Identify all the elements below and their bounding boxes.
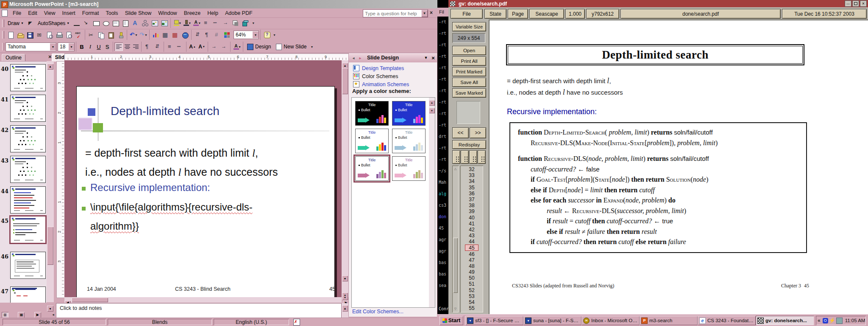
next-page-button[interactable]: >> <box>470 127 486 138</box>
arrow-style-button[interactable]: → <box>221 19 230 28</box>
close-button[interactable]: × <box>860 0 867 7</box>
rectangle-button[interactable] <box>92 19 100 28</box>
magnify-preview-box[interactable] <box>456 101 480 124</box>
taskbar-task-1[interactable]: ▾sf3 - [] - F-Secure SS... <box>465 316 523 325</box>
slide-thumbnail-42[interactable] <box>10 125 46 152</box>
new-document-button[interactable] <box>6 31 15 39</box>
arrow-style-button[interactable]: → <box>220 42 228 51</box>
xterm-strip[interactable]: Fil Conr -rt-rt-rt-rt-rt-rt-rt-rt-rt-rtd… <box>437 0 448 314</box>
page-number-35[interactable]: 35 <box>460 185 483 191</box>
print-all-button[interactable]: Print All <box>452 56 486 66</box>
page-number-55[interactable]: 55 <box>460 305 483 311</box>
slide-thumbnail-44[interactable] <box>10 186 46 214</box>
redo-button[interactable]: ↷▼ <box>139 31 147 39</box>
taskbar-task-3[interactable]: ✉Inbox - Microsoft Out... <box>581 316 640 325</box>
chevron-down-icon[interactable]: ▼ <box>188 22 191 25</box>
arrow-button[interactable]: ↘ <box>82 19 91 28</box>
font-size-combo[interactable]: 18▼ <box>58 42 75 51</box>
show-formatting-button[interactable]: ¶ <box>143 42 152 51</box>
align-left-button[interactable] <box>114 42 123 51</box>
scroll-down-icon[interactable]: ▼ <box>429 108 435 113</box>
save-button[interactable] <box>25 31 34 39</box>
insert-clipart-button[interactable] <box>150 19 159 28</box>
question-input[interactable] <box>363 11 420 17</box>
insert-hyperlink-button[interactable] <box>181 31 189 39</box>
menu-item-window[interactable]: Window <box>155 9 180 17</box>
redisplay-button[interactable]: Redisplay <box>452 140 486 149</box>
maximize-button[interactable] <box>852 0 859 7</box>
editor-horizontal-scrollbar[interactable]: ◀ ▶ <box>64 297 342 303</box>
dash-style-button[interactable]: ┄ <box>175 42 184 51</box>
print-preview-button[interactable] <box>64 31 73 39</box>
line-color-button[interactable]: ▼ <box>182 19 191 28</box>
minimize-button[interactable]: — <box>845 0 851 7</box>
slide-thumbnail-45[interactable] <box>9 215 47 244</box>
undo-button[interactable]: ↶▼ <box>129 31 138 39</box>
insert-diagram-button[interactable] <box>140 19 149 28</box>
decrease-font-button[interactable]: A▼ <box>197 42 206 51</box>
menu-item-file[interactable]: File <box>9 9 25 17</box>
fill-color-button[interactable]: ▼ <box>172 19 181 28</box>
menu-item-format[interactable]: Format <box>79 9 103 17</box>
slide-title[interactable]: Depth-limited search <box>111 104 220 118</box>
scroll-down-icon[interactable]: ▽ <box>452 306 459 312</box>
expand-all-button[interactable]: ⇵ <box>153 42 162 51</box>
bold-button[interactable]: B <box>78 42 86 51</box>
tab-outline[interactable]: Outline <box>2 54 25 62</box>
chevron-down-icon[interactable]: ▼ <box>421 10 428 17</box>
page-number-40[interactable]: 40 <box>460 215 483 221</box>
print-marked-button[interactable]: Print Marked <box>452 67 486 76</box>
back-icon[interactable]: ◂ <box>350 54 357 61</box>
question-box[interactable]: ▼ <box>363 9 428 17</box>
page-number-53[interactable]: 53 <box>460 293 483 299</box>
color-scheme-card-6[interactable]: TitleBullet <box>392 156 426 181</box>
email-button[interactable]: ✉ <box>35 31 44 39</box>
taskbar-task-4[interactable]: Pm3-search <box>640 316 698 325</box>
slideshow-view-button[interactable]: ▶ <box>34 312 41 318</box>
page-number-47[interactable]: 47 <box>460 257 483 263</box>
previous-page-button[interactable]: << <box>452 127 469 138</box>
page-number-54[interactable]: 54 <box>460 299 483 305</box>
page-number-34[interactable]: 34 <box>460 178 483 184</box>
autoshapes-menu-button[interactable]: AutoShapes▼ <box>36 19 72 28</box>
menu-item-help[interactable]: Help <box>204 9 222 17</box>
paste-button[interactable] <box>106 31 115 39</box>
line-style-button[interactable]: ≡ <box>202 19 211 28</box>
dash-style-button[interactable]: ┄ <box>211 19 220 28</box>
design-button[interactable]: Design <box>245 42 273 51</box>
page-number-43[interactable]: 43 <box>460 233 483 239</box>
color-scheme-card-3[interactable]: TitleBullet <box>355 129 389 153</box>
line-style-button[interactable]: ≡ <box>166 42 175 51</box>
show-grid-button[interactable]: # <box>213 31 222 39</box>
color-scheme-card-1[interactable]: TitleBullet <box>355 101 389 126</box>
toolbar-grip[interactable] <box>2 43 4 51</box>
insert-wordart-button[interactable]: A <box>131 19 139 28</box>
tray-app-icon[interactable]: O <box>823 318 828 323</box>
3d-style-button[interactable] <box>241 19 250 28</box>
underline-button[interactable]: U <box>95 42 103 51</box>
forward-icon[interactable]: ▸ <box>357 54 364 61</box>
align-center-button[interactable] <box>123 42 131 51</box>
variable-size-button[interactable]: Variable Size <box>452 22 486 31</box>
tray-chevron-icon[interactable]: « <box>818 318 821 323</box>
scroll-down-icon[interactable]: ▼ <box>342 275 348 281</box>
mark-toggle-button[interactable] <box>461 150 469 164</box>
chevron-down-icon[interactable]: ▼ <box>135 34 138 37</box>
increase-font-button[interactable]: A▲ <box>188 42 197 51</box>
slide-bullet-2-line2[interactable]: algorithm}} <box>90 220 139 232</box>
insert-picture-button[interactable] <box>160 19 169 28</box>
page-number-52[interactable]: 52 <box>460 287 483 293</box>
page-number-48[interactable]: 48 <box>460 263 483 269</box>
chevron-down-icon[interactable]: ▼ <box>238 45 241 48</box>
scrollbar-thumb[interactable] <box>47 227 53 265</box>
print-button[interactable] <box>55 31 64 39</box>
gv-state-menu[interactable]: State <box>484 9 506 19</box>
mark-toggle-button[interactable] <box>478 150 486 164</box>
select-pointer-button[interactable]: ◤ <box>26 19 35 28</box>
page-number-current[interactable]: 45 <box>465 244 479 251</box>
menu-item-tools[interactable]: Tools <box>102 9 121 17</box>
show-formatting-button[interactable]: ¶ <box>203 31 212 39</box>
open-button[interactable]: Open <box>452 46 486 55</box>
page-number-41[interactable]: 41 <box>460 221 483 227</box>
task-pane-link-color-schemes[interactable]: Color Schemes <box>353 73 398 79</box>
